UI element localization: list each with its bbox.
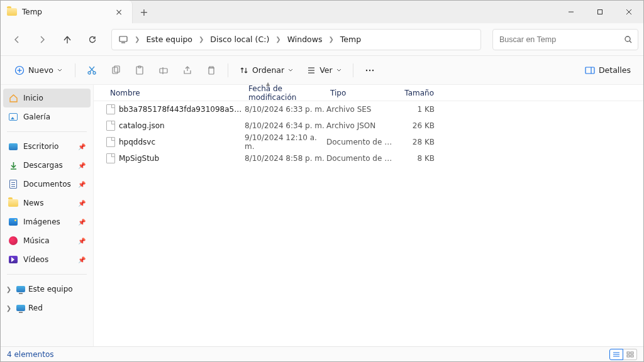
chevron-right-icon[interactable]: ❯ [4,305,13,312]
sidebar-item-desktop[interactable]: Escritorio 📌 [3,137,91,156]
cell-name: MpSigStub [106,153,245,163]
sidebar-item-gallery[interactable]: Galería [3,107,91,126]
pin-icon: 📌 [78,143,86,150]
search-icon[interactable] [624,35,633,44]
breadcrumb-item[interactable]: Temp [336,32,365,47]
sidebar-item-home[interactable]: Inicio [3,89,91,107]
tab-title: Temp [22,8,107,16]
sidebar-item-videos[interactable]: Vídeos 📌 [3,250,91,269]
pin-icon: 📌 [78,181,86,188]
cell-size: 28 KB [394,138,438,146]
more-button[interactable] [360,60,380,80]
refresh-button[interactable] [81,30,104,50]
chevron-right-icon: ❯ [197,36,205,43]
sidebar: Inicio Galería Escritorio 📌 Descargas 📌 … [1,85,94,346]
music-icon [8,236,18,246]
svg-point-11 [88,72,91,74]
search-box[interactable] [492,29,638,50]
table-row[interactable]: bb3a785178f443fda931098a5a9a306b.db.ses8… [94,101,643,118]
details-view-button[interactable] [609,349,623,360]
sidebar-item-pictures[interactable]: Imágenes 📌 [3,212,91,231]
svg-line-14 [89,67,94,72]
titlebar: Temp × + [1,1,643,23]
column-header-name[interactable]: Nombre [106,89,245,97]
cell-date: 8/10/2024 6:33 p. m. [245,105,326,114]
svg-rect-4 [119,36,127,41]
desktop-icon [8,141,18,151]
new-tab-button[interactable]: + [133,1,155,23]
sidebar-item-news[interactable]: News 📌 [3,194,91,212]
details-pane-button[interactable]: Detalles [580,60,636,80]
table-row[interactable]: MpSigStub8/10/2024 8:58 p. m.Documento d… [94,150,643,167]
svg-rect-33 [627,352,630,354]
chevron-right-icon[interactable]: ❯ [4,286,13,293]
column-header-date[interactable]: Fecha de modificación [245,84,326,102]
search-input[interactable] [498,35,624,45]
rename-button [153,60,174,80]
breadcrumb-item[interactable]: Este equipo [142,32,196,47]
file-pane: ▲ Nombre Fecha de modificación Tipo Tama… [94,85,643,346]
minimize-button[interactable] [557,1,586,23]
pc-icon[interactable] [114,31,132,48]
cell-size: 1 KB [394,105,438,114]
icons-view-button[interactable] [623,349,637,360]
svg-rect-34 [631,352,633,354]
breadcrumb-item[interactable]: Windows [284,32,326,47]
chevron-down-icon [288,68,293,73]
explorer-window: Temp × + ❯ Este equipo ❯ Disco local (C:… [0,0,644,362]
table-row[interactable]: catalog.json8/10/2024 6:34 p. m.Archivo … [94,118,643,134]
new-button[interactable]: Nuevo [8,60,69,80]
breadcrumb-item[interactable]: Disco local (C:) [206,32,273,47]
sort-button[interactable]: Ordenar [235,60,298,80]
view-button[interactable]: Ver [302,60,346,80]
forward-button [31,30,53,50]
cell-size: 26 KB [394,121,438,130]
sidebar-tree-thispc[interactable]: ❯ Este equipo [3,280,91,299]
cell-type: Documento de te... [326,154,394,163]
up-button[interactable] [56,30,79,50]
pin-icon: 📌 [78,200,86,207]
gallery-icon [8,112,18,122]
cell-name: hpqddsvc [106,137,245,147]
paste-button [130,60,150,80]
sidebar-item-label: Galería [23,112,50,121]
view-label: Ver [319,65,332,75]
tab-active[interactable]: Temp × [1,1,133,23]
column-header-type[interactable]: Tipo [326,89,394,97]
view-toggle [609,349,637,360]
file-icon [106,121,115,131]
sidebar-item-label: Este equipo [28,285,73,293]
svg-line-13 [90,67,94,72]
column-resize-icon[interactable]: ▲ [266,81,270,87]
column-headers: Nombre Fecha de modificación Tipo Tamaño [94,85,643,101]
cut-button[interactable] [82,60,102,80]
tab-close-button[interactable]: × [112,7,126,17]
maximize-button[interactable] [586,1,614,23]
sidebar-item-label: Vídeos [23,255,48,264]
chevron-down-icon [57,68,62,73]
details-label: Detalles [599,65,631,75]
folder-icon [7,8,17,16]
cell-type: Archivo JSON [326,121,394,130]
pin-icon: 📌 [78,162,86,169]
file-icon [106,104,115,114]
breadcrumb[interactable]: ❯ Este equipo ❯ Disco local (C:) ❯ Windo… [111,29,481,50]
table-row[interactable]: hpqddsvc9/10/2024 12:10 a. m.Documento d… [94,134,643,150]
videos-icon [8,255,18,265]
svg-point-27 [372,69,373,70]
sidebar-tree-network[interactable]: ❯ Red [3,299,91,317]
network-icon [16,303,26,313]
pc-icon [16,284,26,294]
sidebar-item-downloads[interactable]: Descargas 📌 [3,156,91,175]
sidebar-item-documents[interactable]: Documentos 📌 [3,175,91,194]
cell-size: 8 KB [394,154,438,163]
cell-date: 8/10/2024 8:58 p. m. [245,154,326,163]
svg-point-12 [93,72,96,74]
file-list[interactable]: bb3a785178f443fda931098a5a9a306b.db.ses8… [94,101,643,346]
svg-rect-36 [631,355,633,357]
sidebar-item-music[interactable]: Música 📌 [3,231,91,250]
close-button[interactable] [614,1,643,23]
column-header-size[interactable]: Tamaño [394,89,438,97]
share-button [177,60,197,80]
cell-name: catalog.json [106,121,245,131]
